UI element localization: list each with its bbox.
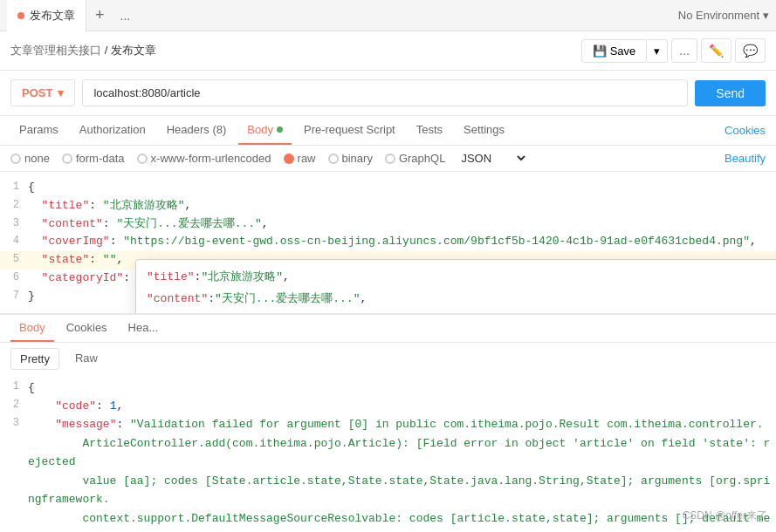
radio-none[interactable]: none	[10, 152, 50, 165]
radio-form-data[interactable]: form-data	[62, 152, 125, 165]
save-area: 💾 Save ▾ ... ✏️ 💬	[581, 38, 766, 63]
main-content: 1 { 2 "title": "北京旅游攻略", 3 "content": "天…	[0, 172, 776, 532]
more-options-button[interactable]: ...	[671, 38, 697, 63]
radio-urlencoded[interactable]: x-www-form-urlencoded	[137, 152, 271, 165]
radio-binary[interactable]: binary	[328, 152, 373, 165]
resp-line-1: 1 {	[0, 379, 776, 397]
watermark: CSDN @offer来了	[683, 508, 767, 523]
radio-raw[interactable]: raw	[284, 152, 316, 165]
url-input[interactable]	[82, 79, 688, 106]
json-type-selector[interactable]: JSON Text JavaScript HTML XML	[457, 151, 528, 166]
lower-tabs: Body Cookies Hea...	[0, 315, 776, 343]
request-bar: 文章管理相关接口 / 发布文章 💾 Save ▾ ... ✏️ 💬	[0, 31, 776, 71]
code-line-1: 1 {	[0, 179, 776, 197]
lower-sub-tabs: Pretty Raw	[0, 343, 776, 375]
body-active-dot	[277, 126, 283, 133]
lower-sub-tab-pretty[interactable]: Pretty	[10, 348, 59, 370]
lower-tab-body[interactable]: Body	[10, 315, 54, 342]
environment-selector[interactable]: No Environment ▾	[678, 9, 769, 22]
save-dropdown-button[interactable]: ▾	[647, 39, 668, 63]
tab-body[interactable]: Body	[238, 116, 292, 145]
lower-tab-cookies[interactable]: Cookies	[58, 315, 116, 342]
environment-label: No Environment	[678, 9, 759, 22]
save-icon: 💾	[593, 44, 607, 58]
tab-pre-request-script[interactable]: Pre-request Script	[295, 116, 404, 145]
tab-post-article[interactable]: 发布文章	[7, 0, 86, 31]
lower-tab-headers[interactable]: Hea...	[120, 315, 168, 342]
autocomplete-popup: "title": "北京旅游攻略", "content": "天安门...爱去哪…	[135, 259, 776, 313]
body-type-row: none form-data x-www-form-urlencoded raw…	[0, 146, 776, 172]
radio-graphql[interactable]: GraphQL	[385, 152, 445, 165]
code-line-4: 4 "coverImg": "https://big-event-gwd.oss…	[0, 233, 776, 251]
tab-add-button[interactable]: +	[86, 6, 113, 24]
tab-label: 发布文章	[30, 8, 75, 24]
popup-line-1: "title": "北京旅游攻略",	[136, 267, 776, 289]
resp-line-2: 2 "code": 1,	[0, 397, 776, 415]
code-line-2: 2 "title": "北京旅游攻略",	[0, 197, 776, 215]
resp-line-3: 3 "message": "Validation failed for argu…	[0, 415, 776, 532]
save-button[interactable]: 💾 Save	[581, 39, 648, 63]
code-line-3: 3 "content": "天安门...爱去哪去哪...",	[0, 215, 776, 234]
tab-authorization[interactable]: Authorization	[71, 116, 155, 145]
beautify-button[interactable]: Beautify	[724, 152, 766, 165]
chevron-down-icon: ▾	[763, 9, 769, 22]
popup-line-3: "coverImg": "https://big-event-gwd.oss-c…	[136, 310, 776, 313]
code-editor[interactable]: 1 { 2 "title": "北京旅游攻略", 3 "content": "天…	[0, 172, 776, 313]
request-tabs: Params Authorization Headers (8) Body Pr…	[0, 116, 776, 146]
tab-headers[interactable]: Headers (8)	[158, 116, 236, 145]
breadcrumb: 文章管理相关接口 / 发布文章	[10, 43, 156, 58]
method-label: POST	[22, 86, 52, 99]
tab-settings[interactable]: Settings	[455, 116, 513, 145]
save-label: Save	[610, 44, 636, 58]
cookies-link[interactable]: Cookies	[724, 124, 766, 137]
method-chevron-icon: ▾	[58, 86, 64, 99]
breadcrumb-parent[interactable]: 文章管理相关接口	[10, 44, 101, 57]
tab-bar: 发布文章 + ... No Environment ▾	[0, 0, 776, 31]
tab-dot-icon	[17, 12, 24, 19]
comment-button[interactable]: 💬	[735, 38, 766, 63]
edit-button[interactable]: ✏️	[701, 38, 731, 63]
radio-none-circle	[10, 153, 21, 164]
response-body: 1 { 2 "code": 1, 3 "message": "Validatio…	[0, 375, 776, 532]
url-bar: POST ▾ Send	[0, 71, 776, 116]
tab-more-button[interactable]: ...	[113, 9, 138, 23]
radio-form-data-circle	[62, 153, 72, 164]
send-button[interactable]: Send	[695, 80, 766, 106]
radio-raw-dot	[284, 153, 294, 164]
radio-binary-circle	[328, 153, 339, 164]
tab-tests[interactable]: Tests	[408, 116, 451, 145]
breadcrumb-separator: /	[105, 44, 111, 57]
lower-sub-tab-raw[interactable]: Raw	[66, 348, 106, 370]
radio-graphql-circle	[385, 153, 395, 164]
breadcrumb-current: 发布文章	[111, 44, 156, 57]
tab-params[interactable]: Params	[10, 116, 67, 145]
radio-urlencoded-circle	[137, 153, 148, 164]
method-selector[interactable]: POST ▾	[10, 79, 75, 106]
popup-line-2: "content": "天安门...爱去哪去哪...",	[136, 289, 776, 310]
lower-section: Body Cookies Hea... Pretty Raw 1 { 2 "co…	[0, 313, 776, 532]
